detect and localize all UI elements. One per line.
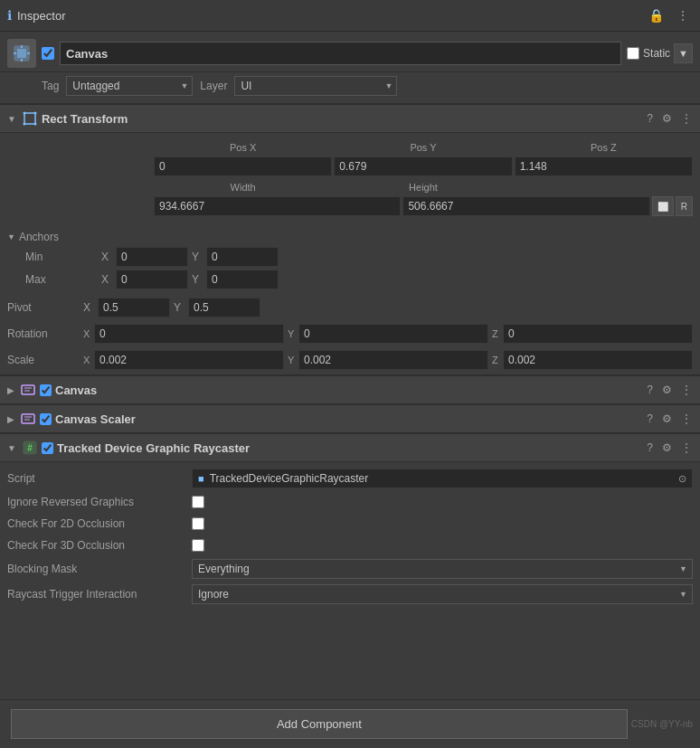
rect-transform-help-button[interactable]: ? <box>644 110 656 127</box>
blueprint-button[interactable]: ⬜ <box>652 196 674 216</box>
svg-point-6 <box>33 123 36 126</box>
rotation-y-input[interactable] <box>298 324 488 344</box>
width-input[interactable] <box>154 196 401 216</box>
scale-z-input[interactable] <box>503 350 693 370</box>
static-row: Static ▼ <box>627 43 693 63</box>
blocking-mask-select[interactable]: Everything <box>192 559 693 579</box>
scale-label: Scale <box>7 354 80 366</box>
svg-rect-10 <box>22 414 34 423</box>
canvas-help-button[interactable]: ? <box>644 382 656 398</box>
r-button[interactable]: R <box>676 196 693 216</box>
rotation-label: Rotation <box>7 327 80 340</box>
anchors-max-x-input[interactable] <box>116 270 188 289</box>
svg-rect-2 <box>24 113 35 124</box>
static-dropdown-button[interactable]: ▼ <box>674 43 693 63</box>
gameobject-name-input[interactable] <box>60 42 621 65</box>
anchors-max-row: Max X Y <box>7 270 693 289</box>
blocking-mask-select-wrap: Everything <box>192 559 693 579</box>
canvas-enabled-checkbox[interactable] <box>40 384 52 396</box>
raycast-trigger-select[interactable]: Ignore <box>192 584 693 604</box>
pos-labels-row: Pos X Pos Y Pos Z <box>7 140 693 155</box>
blocking-mask-label: Blocking Mask <box>7 563 188 575</box>
tag-label: Tag <box>42 80 59 92</box>
script-label: Script <box>7 472 188 485</box>
raycaster-expand-button[interactable]: ▼ <box>5 441 18 455</box>
rect-transform-body: Pos X Pos Y Pos Z Width Height <box>0 133 700 227</box>
scale-x-axis-label: X <box>83 355 92 365</box>
canvas-more-button[interactable]: ⋮ <box>678 382 695 398</box>
raycaster-settings-button[interactable]: ⚙ <box>659 440 675 456</box>
anchors-expand-button[interactable]: ▼ <box>7 232 15 241</box>
pos-y-input[interactable] <box>334 156 512 176</box>
canvas-scaler-header: ▶ Canvas Scaler ? ⚙ ⋮ <box>0 404 700 433</box>
canvas-expand-button[interactable]: ▶ <box>5 383 16 397</box>
anchors-min-x-input[interactable] <box>116 247 188 267</box>
pivot-x-input[interactable] <box>98 298 170 317</box>
wh-buttons: ⬜ R <box>652 196 693 216</box>
anchors-section: ▼ Anchors Min X Y Max X Y <box>0 227 700 296</box>
inspector-panel: ℹ Inspector 🔒 ⋮ Static ▼ <box>0 0 700 748</box>
anchors-max-y-input[interactable] <box>206 270 279 289</box>
canvas-scaler-more-button[interactable]: ⋮ <box>678 411 695 427</box>
script-row: Script ■ TrackedDeviceGraphicRaycaster ⊙ <box>0 466 700 491</box>
rect-transform-more-button[interactable]: ⋮ <box>678 110 695 127</box>
add-component-button[interactable]: Add Component <box>11 709 628 739</box>
canvas-settings-button[interactable]: ⚙ <box>659 382 675 398</box>
rect-transform-expand-button[interactable]: ▼ <box>5 112 18 126</box>
raycaster-enabled-checkbox[interactable] <box>42 442 53 454</box>
ignore-reversed-label: Ignore Reversed Graphics <box>7 496 188 508</box>
static-checkbox[interactable] <box>627 47 639 60</box>
pivot-y-input[interactable] <box>188 298 260 317</box>
pivot-row: Pivot X Y <box>0 296 700 319</box>
rotation-x-axis-label: X <box>83 328 92 339</box>
scale-x-input[interactable] <box>94 350 284 370</box>
ignore-reversed-checkbox[interactable] <box>192 496 204 508</box>
pos-x-input[interactable] <box>154 156 332 176</box>
canvas-scaler-help-button[interactable]: ? <box>644 411 656 427</box>
canvas-scaler-icon <box>20 411 36 427</box>
script-text: TrackedDeviceGraphicRaycaster <box>210 472 369 485</box>
canvas-scaler-enabled-checkbox[interactable] <box>40 413 52 425</box>
anchors-label: Anchors <box>19 231 59 243</box>
svg-point-4 <box>33 112 36 115</box>
script-target-button[interactable]: ⊙ <box>678 473 686 485</box>
tag-select[interactable]: Untagged <box>66 76 193 96</box>
rect-transform-settings-button[interactable]: ⚙ <box>659 110 675 127</box>
lock-button[interactable]: 🔒 <box>645 6 667 24</box>
layer-select[interactable]: UI <box>234 76 397 96</box>
svg-point-3 <box>23 112 25 115</box>
rotation-row: Rotation X Y Z <box>0 322 700 346</box>
rect-transform-icon <box>22 110 38 127</box>
wh-labels-row: Width Height <box>7 180 693 194</box>
anchors-min-y-input[interactable] <box>206 247 279 267</box>
tag-select-wrapper: Untagged <box>66 76 193 96</box>
canvas-scaler-settings-button[interactable]: ⚙ <box>659 411 675 427</box>
height-input[interactable] <box>402 196 649 216</box>
anchors-min-label: Min <box>25 251 98 263</box>
raycaster-help-button[interactable]: ? <box>644 440 656 456</box>
layer-label: Layer <box>200 80 227 92</box>
raycast-trigger-label: Raycast Trigger Interaction <box>7 588 188 601</box>
pos-z-input[interactable] <box>515 156 693 176</box>
check-3d-checkbox[interactable] <box>192 539 204 552</box>
canvas-scaler-expand-button[interactable]: ▶ <box>5 412 16 426</box>
rotation-y-wrap: Y <box>288 324 488 344</box>
rotation-x-input[interactable] <box>94 324 284 344</box>
tag-layer-row: Tag Untagged Layer UI <box>0 72 700 104</box>
anchors-min-x-label: X <box>101 251 112 263</box>
raycaster-more-button[interactable]: ⋮ <box>678 440 695 456</box>
canvas-component-icon <box>20 382 36 398</box>
anchors-title-row: ▼ Anchors <box>7 231 693 243</box>
check-2d-checkbox[interactable] <box>192 517 204 530</box>
more-menu-button[interactable]: ⋮ <box>673 6 693 24</box>
gameobject-enabled-checkbox[interactable] <box>42 47 54 60</box>
check-3d-label: Check For 3D Occlusion <box>7 539 188 552</box>
rotation-x-wrap: X <box>83 324 284 344</box>
scale-y-wrap: Y <box>288 350 488 370</box>
scale-row: Scale X Y Z <box>0 348 700 372</box>
watermark: CSDN @YY-nb <box>631 719 693 729</box>
footer: Add Component CSDN @YY-nb <box>0 699 700 748</box>
rotation-z-input[interactable] <box>503 324 693 344</box>
scale-z-wrap: Z <box>492 350 693 370</box>
scale-y-input[interactable] <box>298 350 488 370</box>
